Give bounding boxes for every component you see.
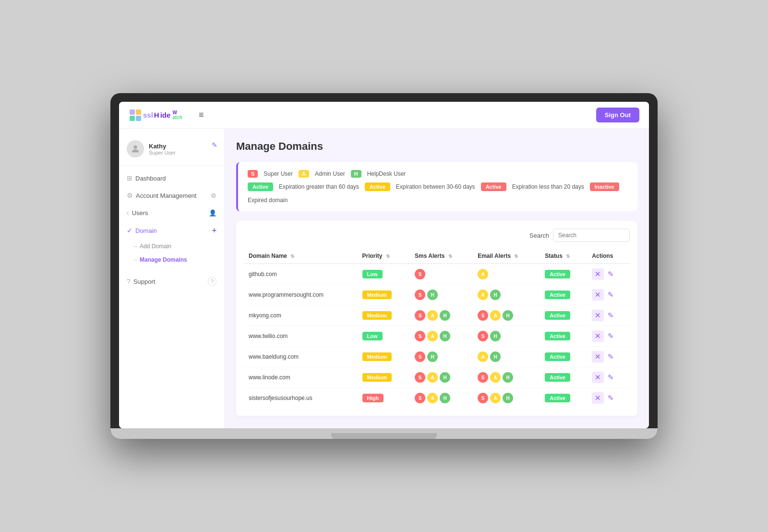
delete-button-0[interactable]: ✕ (592, 268, 604, 280)
status-inactive: Inactive (590, 182, 619, 191)
users-chevron-icon: ‹ (127, 209, 129, 217)
cell-actions-2: ✕✎ (587, 305, 630, 326)
sidebar-item-users[interactable]: ‹ Users 👤 (119, 204, 224, 221)
table-row: sistersofjesusourhope.usHighSAHSAHActive… (244, 388, 630, 409)
sms-badge-h: H (440, 310, 450, 321)
cell-sms-5: SAH (410, 367, 473, 388)
sms-badge-a: A (427, 393, 438, 403)
cell-priority-1: Medium (358, 285, 410, 305)
cell-domain-2: mkyong.com (244, 305, 358, 326)
cell-status-0: Active (540, 264, 587, 285)
cell-email-6: SAH (473, 388, 540, 409)
logo-atch-text: atch (172, 115, 182, 120)
cell-email-5: SAH (473, 367, 540, 388)
delete-button-2[interactable]: ✕ (592, 310, 604, 321)
sort-priority-icon[interactable]: ⇅ (386, 254, 390, 259)
cell-status-5: Active (540, 367, 587, 388)
cell-status-6: Active (540, 388, 587, 409)
user-settings-icon[interactable]: ✎ (212, 141, 217, 149)
cell-priority-2: Medium (358, 305, 410, 326)
laptop-base (110, 428, 658, 439)
user-info: Kathy Super User (149, 143, 176, 156)
sort-email-icon[interactable]: ⇅ (514, 254, 518, 259)
sms-badge-s: S (415, 331, 425, 341)
topbar: ssl H ide W atch ≡ Sign Out (119, 102, 649, 129)
email-badge-h: H (503, 310, 513, 321)
super-user-label: Super User (264, 170, 293, 177)
sms-badge-h: H (440, 372, 450, 383)
expiry-60-label: Expiration greater than 60 days (279, 183, 359, 190)
sidebar-item-support[interactable]: ? Support ? (119, 272, 224, 290)
sms-badge-h: H (440, 331, 450, 341)
email-badge-h: H (490, 351, 501, 362)
email-badge-a: A (490, 372, 501, 383)
cell-priority-5: Medium (358, 367, 410, 388)
cell-sms-2: SAH (410, 305, 473, 326)
cell-domain-5: www.linode.com (244, 367, 358, 388)
logo-icon: ssl H ide (129, 109, 171, 122)
admin-user-label: Admin User (315, 170, 345, 177)
cell-actions-6: ✕✎ (587, 388, 630, 409)
support-icon: ? (127, 278, 131, 285)
sidebar-item-account[interactable]: ⚙ Account Management ⚙ (119, 187, 224, 204)
delete-button-3[interactable]: ✕ (592, 330, 604, 342)
cell-sms-0: S (410, 264, 473, 285)
email-badge-s: S (478, 331, 488, 341)
col-actions: Actions (587, 249, 630, 264)
delete-button-6[interactable]: ✕ (592, 392, 604, 404)
svg-rect-3 (136, 116, 141, 121)
cell-sms-6: SAH (410, 388, 473, 409)
delete-button-4[interactable]: ✕ (592, 351, 604, 363)
edit-button-0[interactable]: ✎ (608, 270, 614, 278)
col-domain: Domain Name ⇅ (244, 249, 358, 264)
delete-button-1[interactable]: ✕ (592, 289, 604, 301)
avatar (127, 140, 144, 157)
sort-domain-icon[interactable]: ⇅ (290, 254, 294, 259)
dashboard-icon: ⊞ (127, 174, 132, 182)
sms-badge-s: S (415, 290, 425, 300)
edit-button-2[interactable]: ✎ (608, 311, 614, 320)
cell-priority-6: High (358, 388, 410, 409)
sign-out-button[interactable]: Sign Out (596, 108, 639, 122)
cell-actions-0: ✕✎ (587, 264, 630, 285)
cell-sms-3: SAH (410, 326, 473, 347)
sidebar-item-domain[interactable]: ✓ Domain + (119, 221, 224, 240)
search-label: Search (529, 232, 549, 239)
support-help-icon: ? (208, 277, 216, 286)
table-row: github.comLowSAActive✕✎ (244, 264, 630, 285)
sort-status-icon[interactable]: ⇅ (566, 254, 570, 259)
main-layout: Kathy Super User ✎ ⊞ Dashboard ⚙ Account (119, 129, 649, 428)
email-badge-h: H (503, 393, 513, 403)
edit-button-3[interactable]: ✎ (608, 332, 614, 340)
cell-status-2: Active (540, 305, 587, 326)
support-label: Support (133, 278, 156, 285)
sort-sms-icon[interactable]: ⇅ (448, 254, 452, 259)
sms-badge-h: H (440, 393, 450, 403)
cell-status-4: Active (540, 347, 587, 367)
badge-s: S (248, 170, 258, 178)
sidebar-sub-manage-domains[interactable]: Manage Domains (119, 253, 224, 266)
account-icon: ⚙ (127, 192, 133, 199)
sidebar-sub-add-domain[interactable]: Add Domain (119, 240, 224, 253)
email-badge-s: S (478, 393, 488, 403)
search-input[interactable] (553, 229, 630, 242)
email-badge-a: A (490, 393, 501, 403)
svg-rect-2 (130, 116, 135, 121)
sidebar: Kathy Super User ✎ ⊞ Dashboard ⚙ Account (119, 129, 225, 428)
hamburger-icon[interactable]: ≡ (199, 110, 204, 120)
cell-status-1: Active (540, 285, 587, 305)
edit-button-6[interactable]: ✎ (608, 394, 614, 402)
manage-domains-label: Manage Domains (140, 256, 187, 263)
edit-button-1[interactable]: ✎ (608, 290, 614, 299)
email-badge-s: S (478, 372, 488, 383)
edit-button-4[interactable]: ✎ (608, 352, 614, 361)
sidebar-item-dashboard[interactable]: ⊞ Dashboard (119, 169, 224, 187)
cell-domain-0: github.com (244, 264, 358, 285)
logo-watch-text: W (172, 110, 182, 115)
badge-a: A (299, 170, 309, 178)
edit-button-5[interactable]: ✎ (608, 373, 614, 382)
domain-add-icon[interactable]: + (212, 226, 216, 235)
cell-domain-1: www.programmersought.com (244, 285, 358, 305)
delete-button-5[interactable]: ✕ (592, 372, 604, 383)
cell-priority-4: Medium (358, 347, 410, 367)
